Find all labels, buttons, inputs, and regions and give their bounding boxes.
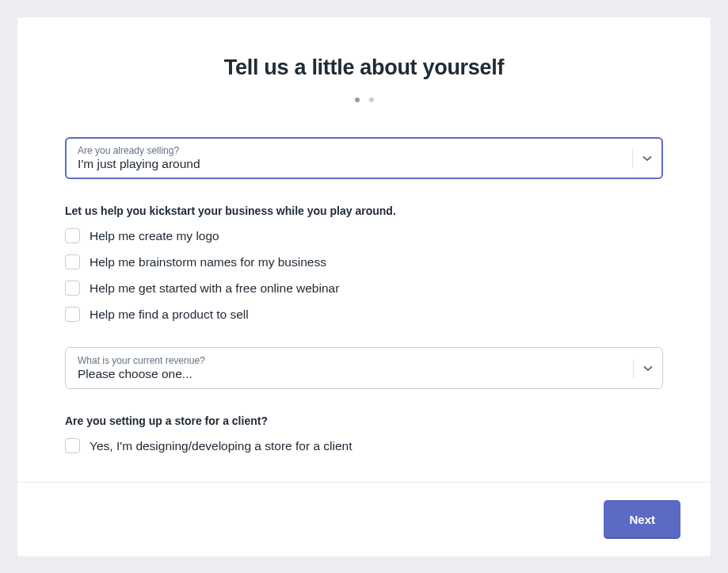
checkbox-label: Help me brainstorm names for my business [90, 255, 326, 269]
checkbox-label: Help me create my logo [90, 229, 219, 243]
checkbox-designing-for-client[interactable]: Yes, I'm designing/developing a store fo… [65, 438, 663, 453]
checkbox-box [65, 438, 80, 453]
checkbox-free-webinar[interactable]: Help me get started with a free online w… [65, 281, 663, 296]
checkbox-label: Yes, I'm designing/developing a store fo… [90, 439, 353, 453]
content-area: Tell us a little about yourself Are you … [17, 17, 711, 482]
already-selling-value: I'm just playing around [78, 157, 200, 170]
current-revenue-value: Please choose one... [78, 367, 192, 380]
checkbox-find-product[interactable]: Help me find a product to sell [65, 307, 663, 322]
step-indicator [65, 97, 663, 102]
onboarding-card: Tell us a little about yourself Are you … [17, 17, 711, 556]
chevron-down-icon [643, 364, 653, 373]
checkbox-label: Help me find a product to sell [90, 308, 249, 322]
checkbox-box [65, 281, 80, 296]
checkbox-create-logo[interactable]: Help me create my logo [65, 228, 663, 243]
client-heading: Are you setting up a store for a client? [65, 414, 663, 427]
checkbox-box [65, 254, 80, 269]
current-revenue-label: What is your current revenue? [78, 355, 618, 366]
select-divider [632, 149, 633, 168]
step-dot-1 [355, 97, 360, 102]
checkbox-box [65, 307, 80, 322]
chevron-down-icon [642, 154, 652, 163]
select-divider [633, 359, 634, 378]
already-selling-select[interactable]: Are you already selling? I'm just playin… [65, 137, 663, 179]
checkbox-box [65, 228, 80, 243]
next-button[interactable]: Next [604, 500, 680, 539]
page-title: Tell us a little about yourself [65, 55, 663, 80]
step-dot-2 [369, 97, 374, 102]
current-revenue-select[interactable]: What is your current revenue? Please cho… [65, 347, 663, 389]
select-caret-group [632, 149, 652, 168]
kickstart-options: Help me create my logo Help me brainstor… [65, 228, 663, 322]
kickstart-heading: Let us help you kickstart your business … [65, 204, 663, 217]
already-selling-label: Are you already selling? [78, 145, 618, 156]
select-caret-group [633, 359, 653, 378]
checkbox-label: Help me get started with a free online w… [90, 281, 339, 296]
footer-bar: Next [17, 482, 711, 556]
checkbox-brainstorm-names[interactable]: Help me brainstorm names for my business [65, 254, 663, 269]
